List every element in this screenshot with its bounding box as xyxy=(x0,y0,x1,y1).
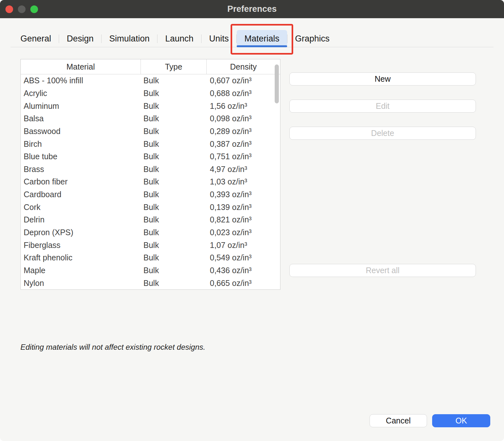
tab-materials[interactable]: Materials xyxy=(237,30,287,47)
cell-density: 0,751 oz/in³ xyxy=(207,152,280,161)
tab-simulation[interactable]: Simulation xyxy=(102,30,157,47)
table-row[interactable]: MapleBulk0,436 oz/in³ xyxy=(21,264,280,277)
cell-density: 0,139 oz/in³ xyxy=(207,203,280,212)
table-row[interactable]: BirchBulk0,387 oz/in³ xyxy=(21,138,280,150)
cell-material: Blue tube xyxy=(21,152,141,161)
materials-table-body: ABS - 100% infillBulk0,607 oz/in³Acrylic… xyxy=(21,74,280,289)
vertical-scrollbar-thumb[interactable] xyxy=(275,64,279,103)
edit-button[interactable]: Edit xyxy=(289,100,476,113)
table-row[interactable]: CorkBulk0,139 oz/in³ xyxy=(21,201,280,213)
cell-density: 0,436 oz/in³ xyxy=(207,266,280,275)
cell-type: Bulk xyxy=(141,177,207,186)
column-header-type[interactable]: Type xyxy=(141,59,207,74)
table-row[interactable]: AluminumBulk1,56 oz/in³ xyxy=(21,100,280,112)
table-row[interactable]: Kraft phenolicBulk0,549 oz/in³ xyxy=(21,251,280,264)
cell-type: Bulk xyxy=(141,215,207,224)
cell-material: Kraft phenolic xyxy=(21,253,141,262)
cell-material: Basswood xyxy=(21,127,141,136)
annotation-box xyxy=(231,24,293,55)
cell-density: 1,56 oz/in³ xyxy=(207,101,280,111)
cancel-button[interactable]: Cancel xyxy=(370,414,427,427)
table-row[interactable]: AcrylicBulk0,688 oz/in³ xyxy=(21,87,280,100)
cell-type: Bulk xyxy=(141,241,207,250)
cell-material: Delrin xyxy=(21,215,141,224)
table-row[interactable]: Carbon fiberBulk1,03 oz/in³ xyxy=(21,176,280,188)
cell-density: 0,549 oz/in³ xyxy=(207,253,280,262)
cell-type: Bulk xyxy=(141,190,207,199)
cell-density: 0,607 oz/in³ xyxy=(207,76,280,85)
cell-type: Bulk xyxy=(141,101,207,111)
cell-density: 1,07 oz/in³ xyxy=(207,241,280,250)
cell-type: Bulk xyxy=(141,76,207,85)
traffic-lights xyxy=(5,0,38,18)
cell-material: Fiberglass xyxy=(21,241,141,250)
cell-material: Balsa xyxy=(21,114,141,123)
table-row[interactable]: BalsaBulk0,098 oz/in³ xyxy=(21,112,280,125)
table-header: Material Type Density xyxy=(21,59,280,74)
cell-material: Acrylic xyxy=(21,89,141,98)
cell-density: 0,023 oz/in³ xyxy=(207,228,280,237)
cell-material: Brass xyxy=(21,165,141,174)
tab-bar: GeneralDesignSimulationLaunchUnitsMateri… xyxy=(13,30,337,47)
cell-type: Bulk xyxy=(141,89,207,98)
cell-type: Bulk xyxy=(141,139,207,149)
cell-material: Cork xyxy=(21,203,141,212)
cell-material: Cardboard xyxy=(21,190,141,199)
table-row[interactable]: Depron (XPS)Bulk0,023 oz/in³ xyxy=(21,226,280,239)
cell-type: Bulk xyxy=(141,127,207,136)
tab-design[interactable]: Design xyxy=(59,30,101,47)
tab-launch[interactable]: Launch xyxy=(157,30,201,47)
cell-density: 0,821 oz/in³ xyxy=(207,215,280,224)
cell-density: 0,289 oz/in³ xyxy=(207,127,280,136)
tab-units[interactable]: Units xyxy=(202,30,237,47)
table-row[interactable]: ABS - 100% infillBulk0,607 oz/in³ xyxy=(21,74,280,87)
cell-density: 0,665 oz/in³ xyxy=(207,279,280,288)
cell-type: Bulk xyxy=(141,266,207,275)
delete-button[interactable]: Delete xyxy=(289,127,476,140)
cell-type: Bulk xyxy=(141,165,207,174)
cell-density: 0,387 oz/in³ xyxy=(207,139,280,149)
table-row[interactable]: Blue tubeBulk0,751 oz/in³ xyxy=(21,150,280,163)
cell-density: 1,03 oz/in³ xyxy=(207,177,280,186)
cell-material: Aluminum xyxy=(21,101,141,111)
table-row[interactable]: CardboardBulk0,393 oz/in³ xyxy=(21,188,280,201)
cell-material: Depron (XPS) xyxy=(21,228,141,237)
table-row[interactable]: DelrinBulk0,821 oz/in³ xyxy=(21,213,280,226)
cell-type: Bulk xyxy=(141,203,207,212)
table-row[interactable]: BrassBulk4,97 oz/in³ xyxy=(21,163,280,176)
cell-material: ABS - 100% infill xyxy=(21,76,141,85)
cell-material: Carbon fiber xyxy=(21,177,141,186)
cell-type: Bulk xyxy=(141,253,207,262)
cell-density: 4,97 oz/in³ xyxy=(207,165,280,174)
table-row[interactable]: FiberglassBulk1,07 oz/in³ xyxy=(21,239,280,251)
cell-density: 0,393 oz/in³ xyxy=(207,190,280,199)
cell-material: Maple xyxy=(21,266,141,275)
column-header-material[interactable]: Material xyxy=(21,59,141,74)
column-header-density[interactable]: Density xyxy=(207,59,280,74)
materials-note: Editing materials will not affect existi… xyxy=(20,343,205,352)
cell-type: Bulk xyxy=(141,279,207,288)
tab-graphics[interactable]: Graphics xyxy=(287,30,337,47)
tab-general[interactable]: General xyxy=(13,30,59,47)
materials-table: Material Type Density ABS - 100% infillB… xyxy=(20,59,280,290)
zoom-button[interactable] xyxy=(30,5,38,13)
cell-type: Bulk xyxy=(141,152,207,161)
cell-material: Birch xyxy=(21,139,141,149)
window-title: Preferences xyxy=(227,4,277,14)
table-row[interactable]: BasswoodBulk0,289 oz/in³ xyxy=(21,125,280,138)
revert-all-button[interactable]: Revert all xyxy=(289,264,476,277)
cell-type: Bulk xyxy=(141,228,207,237)
cell-density: 0,098 oz/in³ xyxy=(207,114,280,123)
cell-material: Nylon xyxy=(21,279,141,288)
preferences-window: Preferences GeneralDesignSimulationLaunc… xyxy=(0,0,504,441)
ok-button[interactable]: OK xyxy=(432,414,490,427)
title-bar: Preferences xyxy=(0,0,504,18)
close-button[interactable] xyxy=(5,5,13,13)
cell-density: 0,688 oz/in³ xyxy=(207,89,280,98)
new-button[interactable]: New xyxy=(289,72,476,86)
cell-type: Bulk xyxy=(141,114,207,123)
minimize-button[interactable] xyxy=(18,5,26,13)
table-row[interactable]: NylonBulk0,665 oz/in³ xyxy=(21,277,280,289)
